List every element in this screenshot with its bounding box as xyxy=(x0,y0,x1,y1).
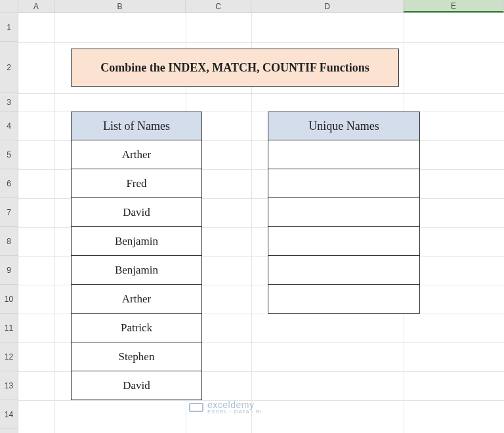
list-names-header[interactable]: List of Names xyxy=(71,112,202,140)
list-names-cell[interactable]: Arther xyxy=(71,140,202,169)
watermark-brand: exceldemy xyxy=(207,400,262,409)
list-names-cell[interactable]: Patrick xyxy=(71,314,202,342)
column-header-row: A B C D E xyxy=(0,0,504,13)
unique-names-cell[interactable] xyxy=(268,169,420,198)
unique-names-cell[interactable] xyxy=(268,227,420,256)
row-header-8[interactable]: 8 xyxy=(0,227,18,256)
spreadsheet-grid: A B C D E 1 2 3 4 5 6 7 8 9 10 11 12 13 … xyxy=(0,0,504,433)
col-header-b[interactable]: B xyxy=(54,0,186,12)
unique-names-cell[interactable] xyxy=(268,285,420,314)
row-header-gutter: 1 2 3 4 5 6 7 8 9 10 11 12 13 14 xyxy=(0,13,18,433)
row-header-7[interactable]: 7 xyxy=(0,198,18,227)
row-header-1[interactable]: 1 xyxy=(0,13,18,42)
row-header-3[interactable]: 3 xyxy=(0,93,18,112)
col-header-a[interactable]: A xyxy=(18,0,54,12)
list-names-cell[interactable]: David xyxy=(71,371,202,400)
col-header-c[interactable]: C xyxy=(186,0,251,12)
watermark-tagline: EXCEL · DATA · BI xyxy=(207,409,262,415)
row-header-10[interactable]: 10 xyxy=(0,285,18,314)
col-header-d[interactable]: D xyxy=(251,0,404,12)
row-header-11[interactable]: 11 xyxy=(0,314,18,342)
list-names-cell[interactable]: Arther xyxy=(71,285,202,314)
title-cell[interactable]: Combine the INDEX, MATCH, COUNTIF Functi… xyxy=(71,49,399,87)
row-header-5[interactable]: 5 xyxy=(0,140,18,169)
row-header-14[interactable]: 14 xyxy=(0,400,18,429)
unique-names-cell[interactable] xyxy=(268,140,420,169)
unique-names-cell[interactable] xyxy=(268,198,420,227)
row-header-2[interactable]: 2 xyxy=(0,42,18,93)
select-all-corner[interactable] xyxy=(0,0,18,12)
row-header-13[interactable]: 13 xyxy=(0,371,18,400)
sheet-canvas[interactable]: Combine the INDEX, MATCH, COUNTIF Functi… xyxy=(18,13,504,433)
row-header-4[interactable]: 4 xyxy=(0,112,18,140)
list-names-cell[interactable]: Stephen xyxy=(71,342,202,371)
row-header-6[interactable]: 6 xyxy=(0,169,18,198)
list-names-cell[interactable]: David xyxy=(71,198,202,227)
unique-names-header[interactable]: Unique Names xyxy=(268,112,420,140)
list-names-cell[interactable]: Fred xyxy=(71,169,202,198)
watermark-logo-icon xyxy=(189,403,203,412)
row-header-12[interactable]: 12 xyxy=(0,342,18,371)
watermark: exceldemy EXCEL · DATA · BI xyxy=(189,400,262,415)
list-names-cell[interactable]: Benjamin xyxy=(71,227,202,256)
row-header-9[interactable]: 9 xyxy=(0,256,18,285)
col-header-e[interactable]: E xyxy=(404,0,504,12)
unique-names-cell[interactable] xyxy=(268,256,420,285)
list-names-cell[interactable]: Benjamin xyxy=(71,256,202,285)
